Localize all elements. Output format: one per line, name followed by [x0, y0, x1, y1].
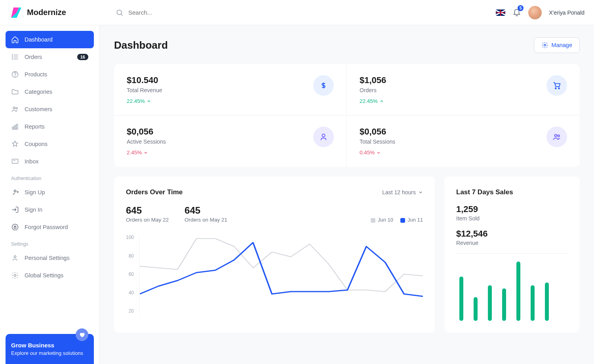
- sidebar-item-dashboard[interactable]: Dashboard: [6, 31, 94, 48]
- folder-icon: [11, 88, 19, 96]
- svg-point-0: [117, 10, 122, 15]
- last-7-days-sales-card: Last 7 Days Sales 1,259 Item Sold $12,54…: [444, 176, 580, 333]
- svg-rect-21: [14, 227, 16, 228]
- stat-label: Total Revenue: [127, 87, 162, 93]
- sidebar-item-customers[interactable]: Customers: [6, 100, 94, 118]
- sales-title: Last 7 Days Sales: [456, 188, 568, 196]
- stat-change: 0.45%: [360, 150, 395, 155]
- search-input[interactable]: [128, 9, 247, 16]
- sales-revenue-label: Revenue: [456, 240, 568, 246]
- sidebar-item-orders[interactable]: Orders 16: [6, 48, 94, 66]
- promo-card[interactable]: Grow Business Explore our marketing solu…: [6, 334, 94, 364]
- promo-title: Grow Business: [11, 342, 88, 349]
- chart-title: Orders Over Time: [126, 188, 183, 196]
- sidebar-item-categories[interactable]: Categories: [6, 83, 94, 100]
- sales-revenue-value: $12,546: [456, 229, 568, 239]
- sidebar-item-signup[interactable]: Sign Up: [6, 184, 94, 201]
- help-circle-icon: [11, 70, 19, 78]
- sidebar: Dashboard Orders 16 Products Categories …: [0, 25, 100, 364]
- user-avatar[interactable]: [528, 6, 542, 19]
- user-name[interactable]: X'eriya Ponald: [549, 9, 584, 16]
- sidebar-item-signin[interactable]: Sign In: [6, 201, 94, 218]
- stat-value: $10.540: [127, 75, 162, 85]
- svg-point-28: [555, 135, 557, 137]
- mini-stat-label: Orders on May 21: [185, 217, 227, 223]
- sidebar-item-personal-settings[interactable]: Personal Settings: [6, 249, 94, 267]
- chevron-down-icon: [418, 190, 423, 195]
- svg-point-24: [544, 44, 546, 46]
- svg-point-22: [14, 256, 16, 258]
- dollar-icon: [319, 81, 328, 90]
- svg-point-20: [12, 224, 18, 230]
- login-icon: [11, 206, 19, 214]
- svg-point-6: [12, 57, 13, 57]
- sidebar-item-label: Coupons: [25, 141, 48, 147]
- bar: [531, 285, 535, 321]
- mini-stat-value: 645: [185, 205, 227, 216]
- mini-stat-value: 645: [126, 205, 169, 216]
- sidebar-item-label: Inbox: [25, 158, 38, 165]
- stat-value: $1,056: [360, 75, 386, 85]
- users-icon: [11, 105, 19, 113]
- sidebar-item-products[interactable]: Products: [6, 66, 94, 83]
- brand-logo-icon: [10, 6, 23, 19]
- user-plus-icon: [11, 188, 19, 196]
- sidebar-item-reports[interactable]: Reports: [6, 118, 94, 135]
- brand-area[interactable]: Modernize: [10, 6, 100, 19]
- message-icon: [11, 157, 19, 165]
- svg-rect-12: [12, 127, 13, 129]
- bar: [488, 285, 492, 321]
- stat-icon: [546, 127, 567, 147]
- sidebar-item-label: Products: [25, 71, 47, 78]
- sales-sold-label: Item Sold: [456, 215, 568, 222]
- svg-point-25: [555, 88, 556, 89]
- main-content: Dashboard Manage $10.540 Total Revenue 2…: [100, 25, 594, 364]
- sales-sold-value: 1,259: [456, 204, 568, 214]
- svg-point-11: [16, 107, 17, 109]
- bar: [545, 282, 549, 321]
- sidebar-item-label: Dashboard: [25, 36, 53, 43]
- sidebar-item-global-settings[interactable]: Global Settings: [6, 267, 94, 284]
- svg-point-9: [15, 76, 15, 76]
- svg-point-26: [558, 88, 560, 89]
- manage-button-label: Manage: [552, 42, 572, 48]
- sidebar-section-settings: Settings: [6, 236, 94, 249]
- stat-change: 22.45%: [127, 98, 162, 104]
- svg-point-27: [322, 134, 325, 137]
- sidebar-item-label: Orders: [25, 54, 42, 60]
- home-icon: [11, 36, 19, 44]
- sidebar-item-label: Sign In: [25, 207, 42, 213]
- sidebar-item-label: Sign Up: [25, 189, 45, 195]
- stat-card-total-sessions: $0,056 Total Sessions 0.45%: [347, 116, 580, 167]
- bar: [516, 262, 520, 321]
- stat-value: $0,056: [360, 127, 395, 137]
- user-icon: [319, 133, 328, 141]
- svg-rect-13: [14, 126, 15, 129]
- stat-label: Orders: [360, 87, 386, 93]
- bar: [502, 288, 506, 321]
- star-icon: [11, 140, 19, 148]
- stat-change: 2.45%: [127, 150, 166, 155]
- sidebar-item-coupons[interactable]: Coupons: [6, 135, 94, 153]
- app-header: Modernize 5 X'eriya Ponald: [0, 0, 594, 25]
- bar: [459, 277, 463, 321]
- orders-count-badge: 16: [77, 54, 88, 60]
- stat-card-revenue: $10.540 Total Revenue 22.45%: [114, 64, 347, 116]
- divider: [456, 253, 568, 254]
- manage-button[interactable]: Manage: [534, 37, 580, 53]
- promo-subtitle: Explore our marketing solutions: [11, 350, 88, 356]
- gear-icon: [11, 271, 19, 279]
- language-flag-icon[interactable]: [496, 9, 505, 16]
- bar: [474, 297, 478, 321]
- svg-point-5: [12, 55, 13, 55]
- notification-badge: 5: [518, 5, 524, 11]
- sidebar-item-forgot-password[interactable]: Forgot Password: [6, 218, 94, 236]
- chart-range-selector[interactable]: Last 12 hours: [382, 189, 423, 195]
- sidebar-section-auth: Authentication: [6, 170, 94, 184]
- stats-grid: $10.540 Total Revenue 22.45% $1,056 Orde…: [114, 64, 580, 167]
- page-header: Dashboard Manage: [114, 37, 580, 53]
- notifications-button[interactable]: 5: [512, 8, 521, 18]
- list-icon: [11, 53, 19, 61]
- sidebar-item-inbox[interactable]: Inbox: [6, 153, 94, 170]
- svg-point-10: [13, 107, 15, 109]
